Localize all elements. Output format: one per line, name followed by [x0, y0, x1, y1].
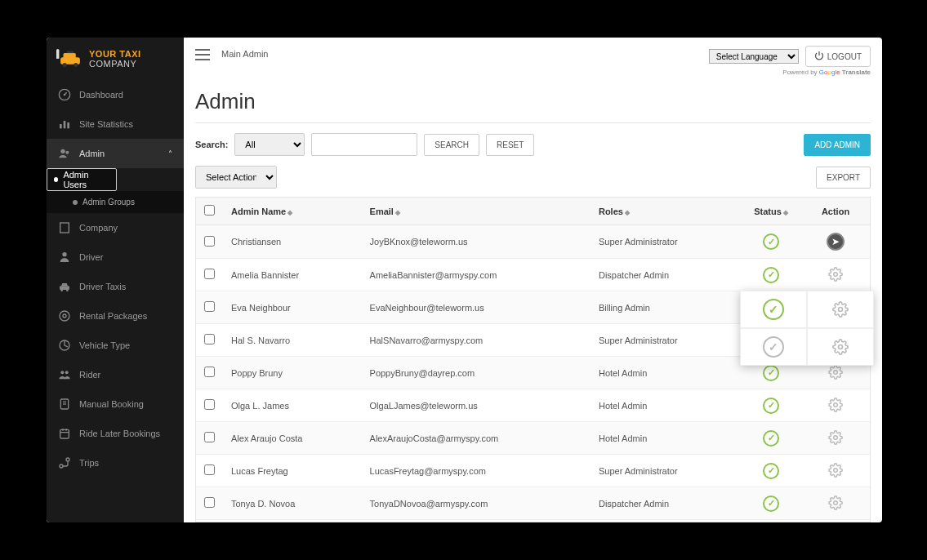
sidebar-subitem-admin-groups[interactable]: Admin Groups — [47, 191, 184, 213]
sidebar-item-admin[interactable]: Admin˄ — [47, 139, 184, 168]
logo-text: YOUR TAXI COMPANY — [89, 49, 141, 69]
sidebar-item-manual-booking[interactable]: Manual Booking — [47, 389, 184, 419]
vehicle-icon — [58, 339, 71, 352]
status-active-icon[interactable]: ✓ — [763, 463, 779, 479]
cell-name: Amelia Bannister — [223, 259, 362, 291]
sidebar-item-driver-taxis[interactable]: Driver Taxis — [47, 272, 184, 301]
col-email[interactable]: Email◆ — [362, 198, 591, 225]
svg-point-12 — [60, 149, 65, 153]
row-checkbox[interactable] — [204, 269, 215, 279]
trips-icon — [58, 456, 71, 469]
language-select[interactable]: Select Language — [709, 49, 799, 64]
gear-icon[interactable] — [827, 429, 844, 446]
svg-point-34 — [60, 464, 63, 468]
compass-icon[interactable]: ➤ — [827, 233, 845, 251]
gear-icon[interactable] — [827, 397, 844, 413]
sidebar-item-dashboard[interactable]: Dashboard — [47, 80, 184, 109]
status-active-icon[interactable]: ✓ — [763, 233, 779, 250]
status-active-icon[interactable]: ✓ — [763, 496, 779, 512]
status-active-icon[interactable]: ✓ — [763, 365, 779, 381]
chevron-icon: ˄ — [168, 149, 172, 158]
select-all-checkbox[interactable] — [204, 205, 215, 216]
popup-action-gear[interactable] — [807, 328, 874, 366]
breadcrumb: Main Admin — [221, 49, 268, 59]
col-roles[interactable]: Roles◆ — [591, 198, 741, 225]
sidebar: YOUR TAXI COMPANY DashboardSite Statisti… — [47, 38, 184, 522]
row-checkbox[interactable] — [204, 497, 215, 508]
svg-point-22 — [60, 311, 69, 321]
export-button[interactable]: EXPORT — [816, 167, 871, 189]
sidebar-item-label: Vehicle Type — [79, 340, 130, 350]
logo: YOUR TAXI COMPANY — [47, 38, 184, 80]
reset-button[interactable]: RESET — [486, 134, 534, 156]
search-filter-select[interactable]: All — [234, 133, 305, 156]
rental-icon — [58, 309, 71, 322]
svg-rect-19 — [60, 287, 69, 291]
cell-name: Alex Araujo Costa — [223, 422, 362, 455]
table-row: Amelia BannisterAmeliaBannister@armyspy.… — [196, 259, 870, 291]
nav: DashboardSite StatisticsAdmin˄Admin User… — [47, 80, 184, 522]
sidebar-subitem-admin-users[interactable]: Admin Users — [47, 168, 117, 191]
row-checkbox[interactable] — [204, 464, 215, 475]
gear-icon[interactable] — [827, 364, 844, 380]
svg-point-20 — [60, 290, 63, 292]
sidebar-item-trips[interactable]: Trips — [47, 448, 184, 478]
svg-point-3 — [74, 63, 78, 67]
svg-point-43 — [834, 469, 838, 473]
search-input[interactable] — [311, 133, 417, 156]
sidebar-item-company[interactable]: Company — [47, 213, 184, 242]
add-admin-button[interactable]: ADD ADMIN — [804, 134, 871, 156]
cell-email: PoppyBruny@dayrep.com — [362, 357, 591, 389]
table-row: Olga L. JamesOlgaLJames@teleworm.usHotel… — [196, 389, 870, 422]
sidebar-item-ride-later-bookings[interactable]: Ride Later Bookings — [47, 419, 184, 448]
dot-icon — [54, 177, 58, 182]
menu-toggle-icon[interactable] — [195, 49, 210, 60]
col-status[interactable]: Status◆ — [741, 198, 801, 225]
svg-point-42 — [834, 436, 838, 440]
sidebar-item-vehicle-type[interactable]: Vehicle Type — [47, 331, 184, 360]
sidebar-item-label: Trips — [79, 458, 99, 468]
row-checkbox[interactable] — [204, 301, 215, 312]
svg-rect-9 — [60, 124, 62, 128]
svg-point-8 — [64, 94, 66, 96]
cell-name: Gabriella Helms — [223, 520, 362, 523]
sidebar-item-label: Dashboard — [79, 90, 123, 100]
sidebar-item-driver[interactable]: Driver — [47, 242, 184, 272]
svg-point-35 — [66, 458, 69, 461]
search-button[interactable]: SEARCH — [424, 134, 479, 156]
row-checkbox[interactable] — [204, 367, 215, 377]
row-checkbox[interactable] — [204, 236, 215, 247]
popup-action-gear[interactable] — [807, 291, 874, 328]
sort-icon: ◆ — [783, 209, 788, 216]
cell-roles: Billing Admin — [591, 291, 741, 324]
sidebar-item-rider[interactable]: Rider — [47, 360, 184, 389]
status-active-icon[interactable]: ✓ — [763, 267, 779, 283]
status-active-icon[interactable]: ✓ — [763, 398, 779, 414]
row-checkbox[interactable] — [204, 334, 215, 344]
popup-status-inactive[interactable]: ✓ — [740, 328, 807, 366]
popup-status-active[interactable]: ✓ — [740, 291, 807, 328]
row-checkbox[interactable] — [204, 399, 215, 410]
gear-icon[interactable] — [827, 266, 844, 282]
col-name[interactable]: Admin Name◆ — [223, 198, 362, 225]
cell-roles: Hotel Admin — [591, 357, 741, 389]
sidebar-item-site-statistics[interactable]: Site Statistics — [47, 109, 184, 139]
status-active-icon[interactable]: ✓ — [763, 430, 779, 447]
sidebar-item-label: Company — [79, 223, 118, 233]
gear-icon[interactable] — [827, 495, 844, 511]
cell-roles: Super Administrator — [591, 455, 741, 487]
bulk-action-select[interactable]: Select Action — [195, 166, 277, 189]
topbar-right: Select Language LOGOUT Powered by Google… — [709, 46, 871, 76]
sidebar-item-label: Rental Packages — [79, 311, 147, 321]
gear-icon[interactable] — [827, 462, 844, 478]
sidebar-item-rental-packages[interactable]: Rental Packages — [47, 301, 184, 331]
row-checkbox[interactable] — [204, 432, 215, 442]
cell-email: JoyBKnox@teleworm.us — [362, 225, 591, 259]
cell-name: Christiansen — [223, 225, 362, 259]
ridelater-icon — [58, 427, 71, 440]
divider — [195, 122, 871, 123]
logout-button[interactable]: LOGOUT — [805, 46, 871, 67]
taxi-logo-icon — [56, 49, 84, 69]
cell-name: Olga L. James — [223, 389, 362, 422]
svg-rect-10 — [64, 121, 66, 128]
